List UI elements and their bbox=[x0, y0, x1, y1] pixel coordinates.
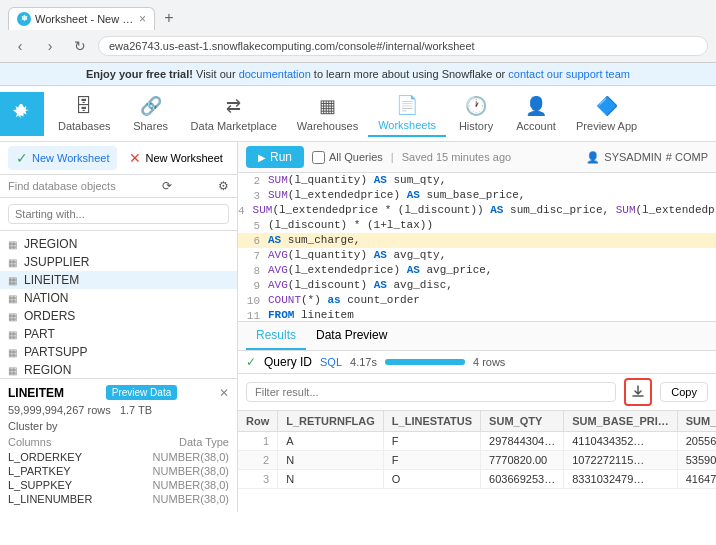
nav-item-data-marketplace[interactable]: ⇄ Data Marketplace bbox=[181, 91, 287, 136]
tree-item-jsupplier[interactable]: ▦ JSUPPLIER bbox=[0, 253, 237, 271]
all-queries-toggle[interactable]: All Queries bbox=[312, 151, 383, 164]
nav-item-worksheets[interactable]: 📄 Worksheets bbox=[368, 90, 446, 137]
code-line-8: 8 AVG(l_extendedprice) AS avg_price, bbox=[238, 263, 716, 278]
worksheet-tab-inactive[interactable]: ✕ New Worksheet bbox=[121, 146, 230, 170]
columns-header: Columns Data Type bbox=[8, 436, 229, 448]
line-code: (l_discount) * (1+l_tax)) bbox=[268, 219, 433, 231]
line-code: AVG(l_quantity) AS avg_qty, bbox=[268, 249, 446, 261]
nav-item-warehouses[interactable]: ▦ Warehouses bbox=[287, 91, 368, 136]
nav-item-preview-app[interactable]: 🔷 Preview App bbox=[566, 91, 647, 136]
col-name: L_SUPPKEY bbox=[8, 479, 72, 491]
all-queries-checkbox[interactable] bbox=[312, 151, 325, 164]
back-button[interactable]: ‹ bbox=[8, 34, 32, 58]
filter-input[interactable] bbox=[246, 382, 616, 402]
line-num: 6 bbox=[238, 234, 268, 247]
col-type: NUMBER(38,0) bbox=[153, 493, 229, 505]
progress-bar bbox=[385, 359, 465, 365]
tree-item-nation[interactable]: ▦ NATION bbox=[0, 289, 237, 307]
saved-status: Saved 15 minutes ago bbox=[402, 151, 579, 163]
nav-label-preview-app: Preview App bbox=[576, 120, 637, 132]
preview-header: LINEITEM Preview Data ✕ bbox=[8, 385, 229, 400]
run-button[interactable]: ▶ Run bbox=[246, 146, 304, 168]
timing-label: 4.17s bbox=[350, 356, 377, 368]
line-code: AVG(l_discount) AS avg_disc, bbox=[268, 279, 453, 291]
nav-label-databases: Databases bbox=[58, 120, 111, 132]
table-row: 1 A F 297844304… 4110434352… 205567949… bbox=[238, 432, 716, 451]
contact-link[interactable]: contact our support team bbox=[508, 68, 630, 80]
content-area: ▶ Run All Queries | Saved 15 minutes ago… bbox=[238, 142, 716, 512]
active-tab-check-icon: ✓ bbox=[16, 150, 28, 166]
user-badge: 👤 SYSADMIN # COMP bbox=[586, 151, 708, 164]
table-icon: ▦ bbox=[8, 293, 20, 304]
nav-label-shares: Shares bbox=[133, 120, 168, 132]
nav-item-account[interactable]: 👤 Account bbox=[506, 91, 566, 136]
cell-row-3: 3 bbox=[238, 470, 278, 489]
tree-item-lineitem[interactable]: ▦ LINEITEM bbox=[0, 271, 237, 289]
docs-link[interactable]: documentation bbox=[239, 68, 311, 80]
nav-item-shares[interactable]: 🔗 Shares bbox=[121, 91, 181, 136]
inactive-tab-label: New Worksheet bbox=[145, 152, 222, 164]
table-icon: ▦ bbox=[8, 311, 20, 322]
table-icon: ▦ bbox=[8, 257, 20, 268]
tab-close-icon[interactable]: × bbox=[139, 12, 146, 26]
progress-bar-container bbox=[385, 359, 465, 365]
tree-label: PART bbox=[24, 327, 55, 341]
nav-item-history[interactable]: 🕐 History bbox=[446, 91, 506, 136]
table-row: 2 N F 7770820.00 1072272115… 535905337… bbox=[238, 451, 716, 470]
reload-button[interactable]: ↻ bbox=[68, 34, 92, 58]
table-icon: ▦ bbox=[8, 275, 20, 286]
app-nav: 🗄 Databases 🔗 Shares ⇄ Data Marketplace … bbox=[0, 86, 716, 142]
run-label: Run bbox=[270, 150, 292, 164]
results-section: Results Data Preview ✓ Query ID SQL 4.17… bbox=[238, 322, 716, 512]
download-button[interactable] bbox=[624, 378, 652, 406]
copy-button[interactable]: Copy bbox=[660, 382, 708, 402]
refresh-icon[interactable]: ⟳ bbox=[162, 179, 172, 193]
col-row-linenumber: L_LINENUMBER NUMBER(38,0) bbox=[8, 492, 229, 506]
code-line-9: 9 AVG(l_discount) AS avg_disc, bbox=[238, 278, 716, 293]
col-row-suppkey: L_SUPPKEY NUMBER(38,0) bbox=[8, 478, 229, 492]
database-tree: ▦ JREGION ▦ JSUPPLIER ▦ LINEITEM ▦ NATIO… bbox=[0, 231, 237, 378]
line-code: SUM(l_extendedprice) AS sum_base_price, bbox=[268, 189, 525, 201]
sql-link[interactable]: SQL bbox=[320, 356, 342, 368]
tree-item-part[interactable]: ▦ PART bbox=[0, 325, 237, 343]
search-input[interactable] bbox=[8, 204, 229, 224]
cell-sumqty-2: 7770820.00 bbox=[481, 451, 564, 470]
trial-banner: Enjoy your free trial! Visit our documen… bbox=[0, 63, 716, 86]
results-bar: ✓ Query ID SQL 4.17s 4 rows bbox=[238, 351, 716, 374]
active-tab[interactable]: ❄ Worksheet - New Worksheet (1/… × bbox=[8, 7, 155, 30]
tree-item-region[interactable]: ▦ REGION bbox=[0, 361, 237, 378]
nav-item-databases[interactable]: 🗄 Databases bbox=[48, 92, 121, 136]
line-code: SUM(l_quantity) AS sum_qty, bbox=[268, 174, 446, 186]
worksheet-tab-active[interactable]: ✓ New Worksheet bbox=[8, 146, 117, 170]
download-icon bbox=[631, 385, 645, 399]
tree-item-jregion[interactable]: ▦ JREGION bbox=[0, 235, 237, 253]
line-num: 4 bbox=[238, 204, 253, 217]
tree-item-orders[interactable]: ▦ ORDERS bbox=[0, 307, 237, 325]
url-bar[interactable]: ewa26743.us-east-1.snowflakecomputing.co… bbox=[98, 36, 708, 56]
cell-linestatus-1: F bbox=[383, 432, 480, 451]
search-area bbox=[0, 198, 237, 231]
code-line-4: 4 SUM(l_extendedprice * (l_discount)) AS… bbox=[238, 203, 716, 218]
cell-returnflag-3: N bbox=[278, 470, 384, 489]
worksheets-icon: 📄 bbox=[396, 94, 418, 116]
col-name: L_LINENUMBER bbox=[8, 493, 92, 505]
preview-data-button[interactable]: Preview Data bbox=[106, 385, 177, 400]
tree-item-partsupp[interactable]: ▦ PARTSUPP bbox=[0, 343, 237, 361]
results-tab[interactable]: Results bbox=[246, 322, 306, 350]
databases-icon: 🗄 bbox=[75, 96, 93, 117]
code-editor[interactable]: 2 SUM(l_quantity) AS sum_qty, 3 SUM(l_ex… bbox=[238, 173, 716, 322]
preview-close-icon[interactable]: ✕ bbox=[219, 386, 229, 400]
line-num: 8 bbox=[238, 264, 268, 277]
code-line-2: 2 SUM(l_quantity) AS sum_qty, bbox=[238, 173, 716, 188]
preview-cluster: Cluster by bbox=[8, 420, 229, 432]
cell-sumbp-1: 4110434352… bbox=[564, 432, 678, 451]
query-id-label: Query ID bbox=[264, 355, 312, 369]
table-icon: ▦ bbox=[8, 347, 20, 358]
data-preview-tab[interactable]: Data Preview bbox=[306, 322, 397, 350]
sidebar-settings-icon[interactable]: ⚙ bbox=[218, 179, 229, 193]
cell-row-1: 1 bbox=[238, 432, 278, 451]
new-tab-button[interactable]: + bbox=[157, 6, 181, 30]
snowflake-logo bbox=[0, 92, 44, 136]
forward-button[interactable]: › bbox=[38, 34, 62, 58]
preview-app-icon: 🔷 bbox=[596, 95, 618, 117]
